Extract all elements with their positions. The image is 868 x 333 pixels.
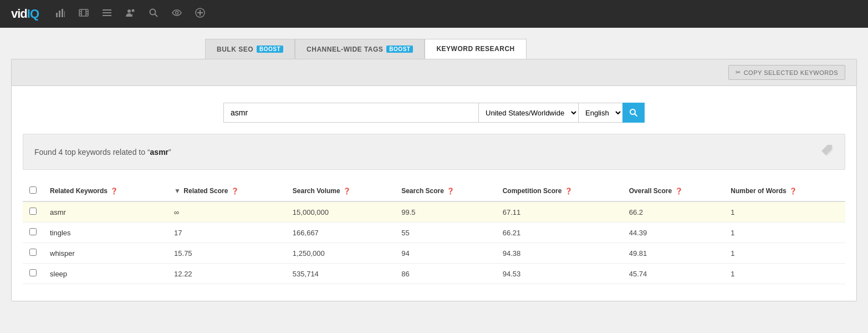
svg-point-15 [132,9,135,12]
row-checkbox-3[interactable] [29,269,37,276]
plus-icon[interactable] [195,8,205,20]
channel-tags-boost-badge: BOOST [386,46,413,53]
nav-icons [55,8,205,20]
row-search-score: 55 [395,223,496,243]
tab-bulk-seo[interactable]: BULK SEO BOOST [205,39,295,59]
svg-rect-4 [79,9,88,16]
search-button-icon [629,108,638,117]
list-icon[interactable] [102,8,112,20]
related-keywords-help-icon[interactable]: ❓ [110,188,118,194]
language-select[interactable]: English [578,103,622,123]
row-overall-score: 44.39 [622,223,724,243]
keyword-search-input[interactable] [223,103,478,123]
header-num-words: Number of Words ❓ [724,181,845,201]
row-keyword: sleep [43,264,167,284]
num-words-help-icon[interactable]: ❓ [789,188,797,194]
keyword-link-1[interactable]: tingles [50,229,71,237]
keyword-link-3[interactable]: sleep [50,270,67,278]
keyword-link-2[interactable]: whisper [50,249,75,258]
logo[interactable]: vidIQ [11,7,39,21]
related-score-sort-icon[interactable]: ▼ [174,187,181,195]
header-checkbox-col [23,181,43,201]
row-search-volume: 535,714 [286,264,395,284]
row-num-words: 1 [724,201,845,223]
tab-keyword-research[interactable]: KEYWORD RESEARCH [425,39,526,59]
copy-icon: ✂ [736,69,741,76]
tab-bulk-seo-label: BULK SEO [217,46,253,53]
keywords-table: Related Keywords ❓ ▼ Related Score ❓ Sea… [23,181,845,284]
row-overall-score: 66.2 [622,201,724,223]
row-search-volume: 1,250,000 [286,243,395,264]
svg-rect-2 [62,9,63,17]
row-search-score: 94 [395,243,496,264]
svg-point-22 [630,109,635,114]
table-row: asmr ∞ 15,000,000 99.5 67.11 66.2 1 [23,201,845,223]
header-overall-score: Overall Score ❓ [622,181,724,201]
svg-line-23 [635,114,637,117]
svg-rect-1 [59,11,60,17]
svg-point-16 [150,9,156,15]
results-banner-text: Found 4 top keywords related to “asmr” [34,148,171,157]
row-search-score: 86 [395,264,496,284]
tag-icon [820,144,834,159]
select-all-checkbox[interactable] [29,186,37,194]
eye-icon[interactable] [172,8,182,20]
keyword-link-0[interactable]: asmr [50,208,66,216]
overall-score-help-icon[interactable]: ❓ [675,188,683,194]
region-select[interactable]: United States/Worldwide [478,103,578,123]
row-checkbox-1[interactable] [29,228,37,235]
search-nav-icon[interactable] [149,8,159,20]
competition-score-help-icon[interactable]: ❓ [565,188,573,194]
users-icon[interactable] [125,8,135,20]
search-button[interactable] [622,103,645,123]
bar-chart-icon[interactable] [55,8,65,20]
row-keyword: whisper [43,243,167,264]
logo-iq: IQ [27,7,39,21]
row-overall-score: 49.81 [622,243,724,264]
svg-line-17 [155,14,158,17]
top-navigation: vidIQ [0,0,868,28]
header-related-keywords: Related Keywords ❓ [43,181,167,201]
related-score-help-icon[interactable]: ❓ [231,188,239,194]
svg-rect-3 [64,11,65,17]
svg-rect-13 [103,15,111,16]
row-related-score: 15.75 [167,243,286,264]
svg-rect-11 [103,9,111,11]
row-num-words: 1 [724,223,845,243]
tab-channel-tags[interactable]: CHANNEL-WIDE TAGS BOOST [295,39,425,59]
row-num-words: 1 [724,264,845,284]
row-checkbox-cell [23,264,43,284]
toolbar-row: ✂ COPY SELECTED KEYWORDS [12,59,856,86]
row-competition-score: 67.11 [496,201,622,223]
table-body: asmr ∞ 15,000,000 99.5 67.11 66.2 1 ting… [23,201,845,284]
header-search-volume: Search Volume ❓ [286,181,395,201]
row-overall-score: 45.74 [622,264,724,284]
row-related-score: ∞ [167,201,286,223]
row-search-volume: 15,000,000 [286,201,395,223]
table-row: whisper 15.75 1,250,000 94 94.38 49.81 1 [23,243,845,264]
row-checkbox-cell [23,243,43,264]
search-score-help-icon[interactable]: ❓ [447,188,455,194]
row-competition-score: 94.38 [496,243,622,264]
row-related-score: 12.22 [167,264,286,284]
row-checkbox-2[interactable] [29,249,37,256]
svg-point-18 [176,12,178,14]
row-search-volume: 166,667 [286,223,395,243]
film-icon[interactable] [79,8,89,20]
main-panel: ✂ COPY SELECTED KEYWORDS United States/W… [11,59,857,301]
copy-button-label: COPY SELECTED KEYWORDS [744,69,838,76]
row-checkbox-0[interactable] [29,208,37,215]
row-related-score: 17 [167,223,286,243]
header-search-score: Search Score ❓ [395,181,496,201]
bulk-seo-boost-badge: BOOST [257,46,283,53]
svg-point-14 [127,9,131,13]
row-checkbox-cell [23,201,43,223]
row-keyword: asmr [43,201,167,223]
logo-vid: vid [11,7,27,21]
header-competition-score: Competition Score ❓ [496,181,622,201]
search-volume-help-icon[interactable]: ❓ [343,188,351,194]
tab-channel-tags-label: CHANNEL-WIDE TAGS [307,46,383,53]
row-competition-score: 94.53 [496,264,622,284]
copy-selected-keywords-button[interactable]: ✂ COPY SELECTED KEYWORDS [728,65,845,80]
table-header: Related Keywords ❓ ▼ Related Score ❓ Sea… [23,181,845,201]
